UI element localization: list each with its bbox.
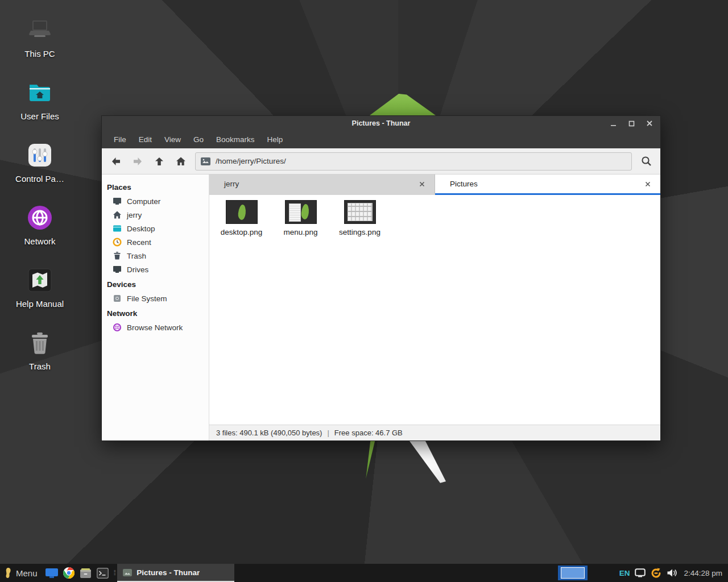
task-window-icon — [123, 569, 132, 576]
tab-close-icon[interactable] — [417, 179, 427, 189]
tab-close-icon[interactable] — [643, 179, 653, 189]
sidebar-item-label: Trash — [127, 252, 146, 260]
file-manager-launcher[interactable] — [77, 564, 94, 582]
terminal-launcher[interactable] — [94, 564, 111, 582]
close-button[interactable] — [643, 118, 656, 128]
menu-file[interactable]: File — [107, 132, 133, 147]
menu-bar: File Edit View Go Bookmarks Help — [102, 131, 660, 148]
display-blue-icon — [46, 568, 58, 578]
wallpaper-leaf-edge — [365, 441, 378, 479]
desktop: This PC User Files Control Pa… Network H… — [0, 0, 728, 582]
desktop-icon-user-files[interactable]: User Files — [8, 77, 72, 121]
sidebar-item-drives[interactable]: Drives — [102, 263, 209, 276]
status-bar: 3 files: 490.1 kB (490,050 bytes) | Free… — [209, 425, 660, 440]
home-icon — [113, 210, 122, 219]
back-button[interactable] — [105, 152, 127, 171]
sidebar-item-browse-network[interactable]: Browse Network — [102, 321, 209, 334]
image-icon — [201, 157, 210, 165]
minimize-button[interactable] — [607, 118, 619, 128]
tab-pictures[interactable]: Pictures — [435, 174, 660, 195]
desktop-icon-this-pc[interactable]: This PC — [8, 15, 72, 59]
file-name: settings.png — [331, 228, 388, 236]
trash-icon — [113, 251, 122, 260]
display-tray-icon[interactable] — [635, 568, 646, 577]
trash-can-icon — [8, 327, 72, 358]
window-title: Pictures - Thunar — [102, 119, 660, 127]
menu-help[interactable]: Help — [261, 132, 289, 147]
computer-icon — [8, 15, 72, 45]
recent-clock-icon — [113, 238, 122, 247]
update-manager-icon[interactable] — [650, 567, 662, 579]
menu-button-label: Menu — [16, 568, 38, 578]
sidebar-item-trash[interactable]: Trash — [102, 249, 209, 263]
volume-icon[interactable] — [667, 568, 677, 577]
network-header: Network — [102, 305, 209, 321]
file-settings-png[interactable]: settings.png — [331, 200, 388, 236]
file-thumbnail — [344, 200, 376, 224]
keyboard-layout-indicator[interactable]: EN — [619, 569, 630, 577]
terminal-icon — [97, 568, 109, 579]
maximize-button[interactable] — [625, 118, 638, 128]
thunar-window: Pictures - Thunar File Edit View Go Book… — [101, 115, 661, 441]
menu-view[interactable]: View — [158, 132, 187, 147]
path-text: /home/jerry/Pictures/ — [216, 157, 286, 165]
desktop-icon-label: Trash — [8, 361, 72, 371]
up-button[interactable] — [148, 152, 170, 171]
desktop-icon-trash[interactable]: Trash — [8, 327, 72, 371]
sidebar-item-desktop[interactable]: Desktop — [102, 222, 209, 235]
control-panel-icon — [8, 140, 72, 171]
title-bar[interactable]: Pictures - Thunar — [102, 116, 660, 131]
tab-jerry[interactable]: jerry — [209, 174, 435, 195]
sidebar-item-computer[interactable]: Computer — [102, 194, 209, 208]
tab-label: Pictures — [450, 180, 643, 188]
workspace-switcher[interactable] — [558, 566, 588, 580]
browser-launcher[interactable] — [60, 564, 77, 582]
file-thumbnail — [285, 200, 317, 224]
wallpaper-leaf-stem — [398, 441, 455, 522]
desktop-folder-icon — [113, 224, 122, 233]
status-separator: | — [327, 429, 329, 437]
free-space: Free space: 46.7 GB — [334, 429, 403, 437]
desktop-icon-label: Network — [8, 236, 72, 246]
drives-icon — [113, 265, 122, 274]
path-bar[interactable]: /home/jerry/Pictures/ — [195, 152, 632, 171]
clock[interactable]: 2:44:28 pm — [684, 569, 722, 577]
sidebar-item-label: Recent — [127, 238, 151, 247]
file-thumbnail — [226, 200, 258, 224]
help-manual-icon — [8, 265, 72, 296]
file-system-drive-icon — [113, 294, 122, 303]
sidebar-item-label: Drives — [127, 265, 148, 274]
sidebar-item-recent[interactable]: Recent — [102, 235, 209, 249]
sidebar-item-jerry[interactable]: jerry — [102, 208, 209, 222]
network-globe-icon — [8, 202, 72, 233]
search-button[interactable] — [635, 152, 657, 171]
file-desktop-png[interactable]: desktop.png — [213, 200, 270, 236]
forward-button[interactable] — [127, 152, 148, 171]
home-button[interactable] — [170, 152, 192, 171]
chrome-icon — [63, 567, 75, 579]
sidebar-item-file-system[interactable]: File System — [102, 292, 209, 305]
desktop-icon-network[interactable]: Network — [8, 202, 72, 246]
task-button-thunar[interactable]: Pictures - Thunar — [117, 564, 234, 582]
task-button-label: Pictures - Thunar — [136, 568, 200, 577]
desktop-icon-help-manual[interactable]: Help Manual — [8, 265, 72, 309]
user-files-folder-icon — [8, 77, 72, 108]
desktop-icon-control-panel[interactable]: Control Pa… — [8, 140, 72, 184]
sidebar-item-label: Desktop — [127, 225, 155, 233]
browse-network-icon — [113, 323, 122, 332]
files-summary: 3 files: 490.1 kB (490,050 bytes) — [216, 429, 322, 437]
menu-bookmarks[interactable]: Bookmarks — [210, 132, 261, 147]
menu-go[interactable]: Go — [187, 132, 210, 147]
menu-button[interactable]: Menu — [0, 564, 43, 582]
desktop-icon-label: Control Pa… — [8, 174, 72, 184]
wallpaper-leaf-tip — [370, 94, 436, 115]
menu-edit[interactable]: Edit — [133, 132, 158, 147]
mint-menu-icon — [5, 567, 12, 579]
desktop-icon-label: Help Manual — [8, 299, 72, 309]
computer-icon — [113, 197, 122, 206]
sidebar-item-label: File System — [127, 294, 167, 303]
file-view[interactable]: desktop.png menu.png settings.png — [209, 195, 660, 425]
show-desktop-launcher[interactable] — [43, 564, 60, 582]
sidebar-item-label: jerry — [127, 211, 142, 219]
file-menu-png[interactable]: menu.png — [272, 200, 329, 236]
